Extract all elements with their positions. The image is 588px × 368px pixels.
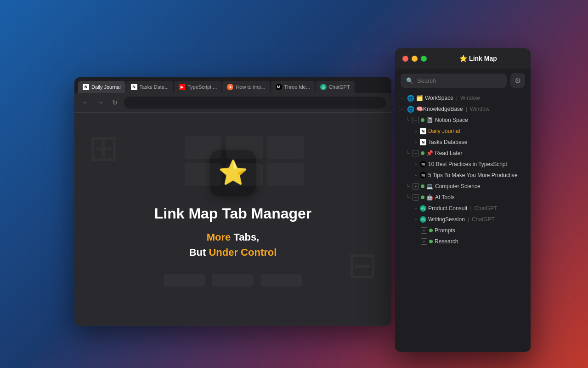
hero-title: Link Map Tab Manager bbox=[154, 205, 312, 222]
expand-research-icon[interactable]: + bbox=[421, 238, 427, 245]
tree-item-notion-space[interactable]: └ − 📓 Notion Space bbox=[395, 115, 531, 126]
browser-nav: ← → ↻ bbox=[74, 93, 391, 113]
star-icon: ⭐ bbox=[459, 55, 469, 62]
status-dot-read-later bbox=[421, 151, 424, 155]
branch-line-ts: └ bbox=[413, 161, 418, 167]
ai-tools-label: AI Tools bbox=[435, 194, 454, 201]
branch-line-tasks: └ bbox=[413, 139, 418, 145]
panel-titlebar: ⭐ Link Map bbox=[395, 48, 531, 69]
hero-tabs: Tabs, bbox=[231, 231, 259, 243]
tab-label-daily-journal: Daily Journal bbox=[91, 84, 121, 90]
linkmap-panel: ⭐ Link Map 🔍 ⚙ − 🌐 🗂️ WorkSpace | Window… bbox=[395, 48, 531, 352]
search-bar[interactable]: 🔍 bbox=[401, 74, 507, 88]
writing-session-label: WritingSession bbox=[428, 216, 465, 223]
hero-but: But bbox=[189, 247, 209, 258]
tree-item-ai-tools[interactable]: └ − 🤖 AI Tools bbox=[395, 192, 531, 203]
traffic-lights bbox=[402, 56, 427, 62]
computer-science-emoji: 💻 bbox=[426, 183, 433, 190]
notion-icon-daily-journal: N bbox=[420, 128, 426, 134]
tree-item-five-tips[interactable]: └ M 5 Tips To Make You More Productive bbox=[395, 170, 531, 181]
search-input[interactable] bbox=[417, 77, 501, 84]
reload-button[interactable]: ↻ bbox=[109, 97, 120, 108]
bottom-btn-2 bbox=[212, 274, 254, 287]
branch-line-tips: └ bbox=[413, 172, 418, 178]
chatgpt-icon-product: ◎ bbox=[420, 205, 426, 212]
tree-item-writing-session[interactable]: └ ◎ WritingSession | ChatGPT bbox=[395, 214, 531, 225]
collapse-ai-tools-icon[interactable]: − bbox=[413, 194, 419, 201]
browser-tab-tasks-data[interactable]: N Tasks Data... bbox=[126, 81, 174, 93]
browser-window: N Daily Journal N Tasks Data... ▶ TypeSc… bbox=[74, 77, 391, 326]
research-label: Research bbox=[435, 238, 458, 245]
gear-icon: ⚙ bbox=[514, 76, 521, 85]
collapse-knowledgebase-icon[interactable]: − bbox=[399, 106, 405, 112]
hero-under-control: Under Control bbox=[209, 247, 277, 258]
branch-line-daily: └ bbox=[413, 128, 418, 134]
browser-tab-typescript[interactable]: ▶ TypeScript ... bbox=[174, 81, 221, 93]
daily-journal-label: Daily Journal bbox=[428, 128, 460, 134]
expand-prompts-icon[interactable]: + bbox=[421, 227, 427, 234]
read-later-label: Read Later bbox=[435, 150, 462, 156]
expand-computer-science-icon[interactable]: + bbox=[413, 183, 419, 190]
collapse-workspace-icon[interactable]: − bbox=[399, 95, 405, 101]
tab-label-chatgpt: ChatGPT bbox=[329, 84, 350, 90]
read-later-emoji: 📌 bbox=[426, 150, 433, 156]
collapse-read-later-icon[interactable]: − bbox=[413, 150, 419, 156]
medium-icon-typescript: M bbox=[420, 161, 426, 167]
tree-item-tasks-database[interactable]: └ N Tasks Database bbox=[395, 137, 531, 148]
traffic-light-minimize[interactable] bbox=[412, 56, 418, 62]
branch-line-writing: └ bbox=[413, 217, 418, 222]
tree-container: − 🌐 🗂️ WorkSpace | Window − 🌐 🧠Knowledge… bbox=[395, 91, 531, 352]
back-button[interactable]: ← bbox=[80, 97, 91, 108]
status-dot-notion-space bbox=[421, 118, 424, 122]
chrome-icon-knowledgebase: 🌐 bbox=[407, 106, 414, 113]
browser-tab-chatgpt[interactable]: ◎ ChatGPT bbox=[316, 81, 355, 93]
tree-item-workspace[interactable]: − 🌐 🗂️ WorkSpace | Window bbox=[395, 92, 531, 104]
tree-item-product-consult[interactable]: └ ◎ Product Consult | ChatGPT bbox=[395, 203, 531, 214]
tasks-database-label: Tasks Database bbox=[428, 139, 467, 145]
workspace-label: WorkSpace bbox=[425, 95, 453, 101]
browser-tab-three-ide[interactable]: M Three Ide... bbox=[271, 81, 315, 93]
hero-more: More bbox=[207, 231, 231, 243]
tree-item-typescript-practices[interactable]: └ M 10 Best Practices in TypesScript bbox=[395, 159, 531, 170]
chrome-icon-workspace: 🌐 bbox=[407, 95, 414, 102]
five-tips-label: 5 Tips To Make You More Productive bbox=[428, 172, 518, 178]
tree-item-research[interactable]: + Research bbox=[395, 236, 531, 247]
collapse-notion-space-icon[interactable]: − bbox=[413, 117, 419, 123]
panel-title: ⭐ Link Map bbox=[433, 55, 523, 62]
status-dot-ai-tools bbox=[421, 196, 424, 199]
notion-icon-tasks-database: N bbox=[420, 139, 426, 145]
medium-icon-tips: M bbox=[420, 172, 426, 178]
status-dot-computer-science bbox=[421, 184, 424, 188]
tree-item-daily-journal[interactable]: └ N Daily Journal bbox=[395, 126, 531, 137]
product-consult-label: Product Consult bbox=[428, 205, 467, 212]
tree-item-computer-science[interactable]: └ + 💻 Computer Science bbox=[395, 181, 531, 192]
prompts-label: Prompts bbox=[435, 227, 455, 234]
browser-tab-daily-journal[interactable]: N Daily Journal bbox=[78, 81, 125, 93]
forward-button[interactable]: → bbox=[95, 97, 106, 108]
traffic-light-maximize[interactable] bbox=[421, 56, 427, 62]
branch-line-notion: └ bbox=[406, 117, 411, 123]
url-bar[interactable] bbox=[124, 97, 386, 109]
settings-button[interactable]: ⚙ bbox=[510, 73, 525, 88]
writing-session-suffix: ChatGPT bbox=[472, 216, 495, 223]
tree-item-knowledgebase[interactable]: − 🌐 🧠KnowledgeBase | Window bbox=[395, 104, 531, 115]
bottom-btn-1 bbox=[164, 274, 205, 287]
status-dot-research bbox=[429, 240, 433, 243]
branch-line-read-later: └ bbox=[406, 150, 411, 156]
typescript-practices-label: 10 Best Practices in TypesScript bbox=[428, 161, 507, 167]
workspace-suffix: Window bbox=[460, 95, 480, 101]
notion-space-emoji: 📓 bbox=[426, 117, 433, 123]
knowledgebase-suffix: Window bbox=[470, 106, 490, 112]
browser-content: ⊞ ⊟ ⭐ Link Map Tab Manager More Tabs, Bu… bbox=[74, 113, 391, 323]
ai-tools-emoji: 🤖 bbox=[426, 194, 433, 201]
browser-tab-how-to-imp[interactable]: ● How to imp... bbox=[222, 81, 270, 93]
branch-line-ai: └ bbox=[406, 195, 411, 200]
computer-science-label: Computer Science bbox=[435, 183, 481, 190]
branch-line-product: └ bbox=[413, 206, 418, 211]
chatgpt-icon-writing: ◎ bbox=[420, 216, 426, 223]
search-icon: 🔍 bbox=[406, 77, 413, 84]
tab-label-tasks-data: Tasks Data... bbox=[140, 84, 169, 90]
tree-item-prompts[interactable]: + Prompts bbox=[395, 225, 531, 236]
tree-item-read-later[interactable]: └ − 📌 Read Later bbox=[395, 148, 531, 159]
traffic-light-close[interactable] bbox=[402, 56, 408, 62]
